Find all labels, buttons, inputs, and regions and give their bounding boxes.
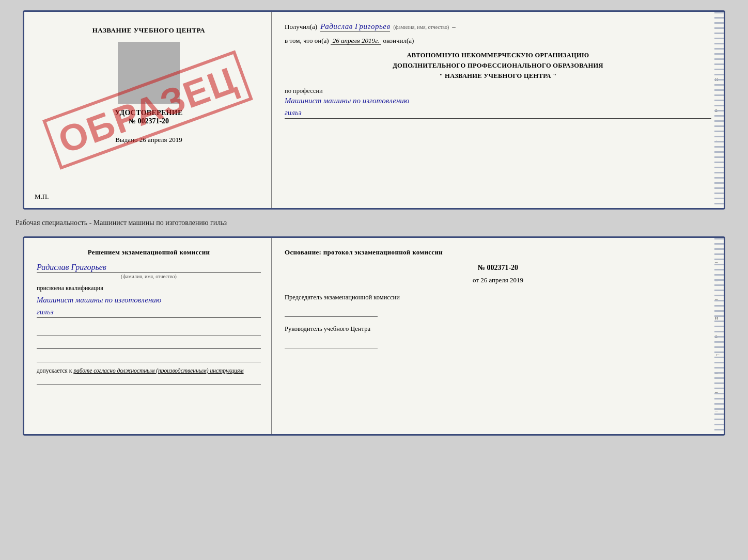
org-block: АВТОНОМНУЮ НЕКОММЕРЧЕСКУЮ ОРГАНИЗАЦИЮ ДО… [285,50,711,81]
date-suffix: окончил(а) [383,37,414,44]
director-title: Руководитель учебного Центра [285,324,711,334]
cert-title: УДОСТОВЕРЕНИЕ [115,109,182,117]
date-value-bottom: 26 апреля 2019 [480,276,523,284]
chairman-title: Председатель экзаменационной комиссии [285,293,711,302]
separator-label: Рабочая специальность - Машинист машины … [10,219,227,227]
person-sublabel: (фамилия, имя, отчество) [37,274,261,279]
cert-title-block: УДОСТОВЕРЕНИЕ № 002371-20 [115,109,182,125]
qualification-label: присвоена квалификация [37,284,261,292]
qual-val2: гильз [37,308,54,316]
date-completed-line: в том, что он(а) 26 апреля 2019г. окончи… [285,37,711,45]
bottom-document: Решением экзаменационной комиссии Радисл… [23,236,725,436]
recipient-sublabel: (фамилия, имя, отчество) [393,24,449,30]
profession-val1: Машинист машины по изготовлению [285,97,409,105]
qual-val1: Машинист машины по изготовлению [37,296,161,304]
recipient-prefix: Получил(а) [285,23,317,31]
issued-label: Выдано [115,136,137,143]
org-line3: " НАЗВАНИЕ УЧЕБНОГО ЦЕНТРА " [285,71,711,81]
recipient-name: Радислав Григорьев [320,22,390,31]
profession-value: Машинист машины по изготовлению гильз [285,95,711,119]
protocol-number-line: № 002371-20 [285,264,711,272]
org-line2: ДОПОЛНИТЕЛЬНОГО ПРОФЕССИОНАЛЬНОГО ОБРАЗО… [285,60,711,71]
cert-number: № 002371-20 [115,117,182,125]
top-doc-left: НАЗВАНИЕ УЧЕБНОГО ЦЕНТРА УДОСТОВЕРЕНИЕ №… [24,12,272,208]
underline-1 [37,326,261,335]
photo-placeholder [118,42,180,104]
director-signature-line [285,338,378,348]
protocol-number: 002371-20 [487,264,518,271]
top-document: НАЗВАНИЕ УЧЕБНОГО ЦЕНТРА УДОСТОВЕРЕНИЕ №… [23,10,725,210]
profession-val2: гильз [285,108,302,117]
osnov-title: Основание: протокол экзаменационной коми… [285,248,711,257]
spine-decoration-bottom [714,238,724,434]
spine-decoration [714,12,724,208]
допуск-prefix: допускается к [37,367,72,374]
org-line1: АВТОНОМНУЮ НЕКОММЕРЧЕСКУЮ ОРГАНИЗАЦИЮ [285,50,711,60]
commission-title: Решением экзаменационной комиссии [37,248,261,257]
bottom-doc-left: Решением экзаменационной комиссии Радисл… [24,238,272,434]
school-name-top: НАЗВАНИЕ УЧЕБНОГО ЦЕНТРА [92,26,206,35]
issued-line: Выдано 26 апреля 2019 [115,136,182,144]
protocol-date-line: от 26 апреля 2019 [285,276,711,284]
underline-3 [37,353,261,362]
допуск-block: допускается к работе согласно должностны… [37,366,261,375]
protocol-label: № [478,264,485,271]
profession-label: по профессии [285,87,711,95]
chairman-signature-line [285,307,378,317]
date-value: 26 апреля 2019г. [331,37,381,45]
underline-2 [37,340,261,349]
date-prefix: в том, что он(а) [285,37,329,44]
date-prefix-bottom: от [473,276,479,284]
bottom-doc-right: Основание: протокол экзаменационной коми… [272,238,724,434]
допуск-italic: работе согласно должностным (производств… [73,367,243,374]
dash: – [452,23,456,31]
chairman-block: Председатель экзаменационной комиссии [285,293,711,317]
qualification-value: Машинист машины по изготовлению гильз [37,294,261,318]
person-name-bottom: Радислав Григорьев [37,263,261,273]
underline-допуск [37,375,261,385]
issued-date: 26 апреля 2019 [139,136,182,143]
top-doc-right: Получил(а) Радислав Григорьев (фамилия, … [272,12,724,208]
mp-label: М.П. [35,193,49,201]
recipient-line: Получил(а) Радислав Григорьев (фамилия, … [285,22,711,31]
